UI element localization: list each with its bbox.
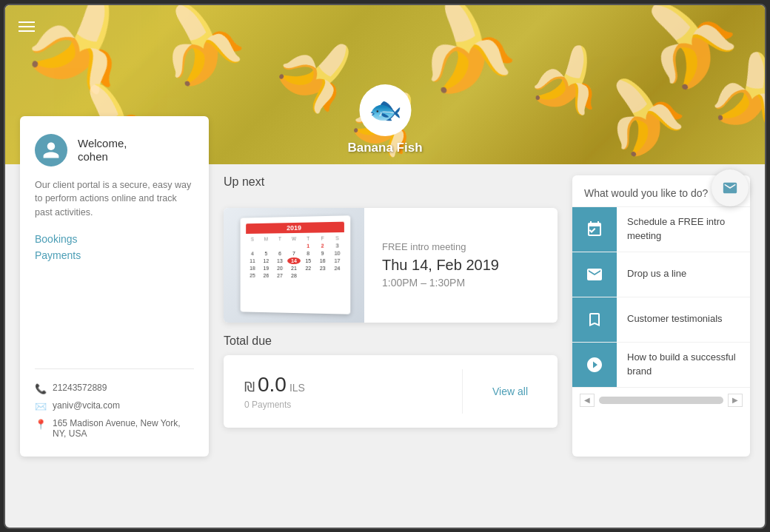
action-message[interactable]: Drop us a line	[572, 252, 750, 297]
center-column: Up next 2019 S M T W T F	[224, 116, 558, 457]
banana-decoration: 🍌	[141, 5, 258, 98]
upnext-card: 2019 S M T W T F S	[224, 208, 558, 323]
view-all-button[interactable]: View all	[463, 385, 558, 397]
cal-day-cell: 9	[315, 250, 329, 257]
brand-logo-circle: 🐟	[359, 84, 411, 136]
bookmark-icon	[586, 311, 603, 329]
action-testimonials[interactable]: Customer testimonials	[572, 297, 750, 342]
phone-number: 21243572889	[53, 383, 107, 393]
cal-day-cell	[273, 243, 287, 249]
phone-icon: 📞	[35, 383, 47, 394]
brand-name: Banana Fish	[347, 141, 422, 155]
cal-day-cell: 23	[315, 265, 329, 272]
action-brand[interactable]: How to build a successful brand	[572, 342, 750, 387]
cal-day-cell: 22	[301, 265, 315, 272]
cal-day-cell: 16	[315, 257, 329, 264]
meeting-date: Thu 14, Feb 2019	[382, 257, 540, 274]
user-greeting-area: Welcome, cohen	[78, 137, 127, 163]
payments-label: 0 Payments	[244, 400, 441, 410]
cal-day-cell: 27	[273, 272, 287, 279]
amount-number: 0.0	[258, 373, 287, 397]
currency-symbol: ₪	[244, 379, 255, 395]
sidebar-item-bookings[interactable]: Bookings	[35, 233, 194, 245]
calendar-check-icon	[586, 220, 603, 238]
meeting-type: FREE intro meeting	[382, 241, 540, 252]
sidebar-card: Welcome, cohen Our client portal is a se…	[20, 116, 209, 457]
cal-day-header: T	[273, 235, 287, 242]
avatar-icon	[41, 141, 61, 160]
action-icon-brand	[572, 343, 617, 387]
cal-day-cell: 12	[260, 257, 273, 264]
contact-address: 📍 165 Madison Avenue, New York, NY, USA	[35, 418, 194, 439]
upnext-details: FREE intro meeting Thu 14, Feb 2019 1:00…	[364, 226, 558, 303]
action-label-testimonials: Customer testimonials	[617, 312, 733, 326]
cal-day-cell: 5	[260, 250, 273, 257]
calendar-image: 2019 S M T W T F S	[224, 208, 364, 323]
cal-day-cell: 3	[330, 242, 344, 249]
cal-day-cell: 21	[287, 265, 301, 272]
hamburger-button[interactable]	[19, 18, 35, 35]
cal-day-header: M	[260, 235, 273, 242]
actions-card: What would you like to do? Schedule a FR…	[572, 175, 750, 457]
cal-grid: S M T W T F S 1	[246, 235, 344, 279]
main-content: Welcome, cohen Our client portal is a se…	[5, 116, 765, 471]
user-name: cohen	[78, 150, 127, 163]
contact-info: 📞 21243572889 ✉️ yaniv@vcita.com 📍 165 M…	[35, 383, 194, 439]
cal-day-header: F	[315, 235, 329, 241]
action-icon-testimonials	[572, 297, 617, 342]
email-icon	[722, 180, 738, 196]
cal-day-cell: 6	[273, 250, 287, 257]
cal-header: 2019	[246, 222, 344, 234]
mail-icon: ✉️	[35, 401, 47, 412]
cal-day-today: 14	[287, 257, 301, 264]
cal-day-cell: 15	[301, 257, 315, 264]
location-icon: 📍	[35, 419, 47, 430]
cal-day-cell: 4	[246, 250, 258, 257]
cal-day-cell: 1	[301, 243, 315, 249]
cal-day-cell: 13	[273, 257, 287, 264]
cal-day-header: S	[246, 236, 258, 243]
scroll-track[interactable]	[599, 397, 723, 404]
banana-decoration: 🍌	[404, 5, 526, 102]
scroll-right-button[interactable]: ▶	[728, 394, 743, 407]
sidebar-item-payments[interactable]: Payments	[35, 249, 194, 261]
email-fab-button[interactable]	[712, 169, 749, 206]
play-circle-icon	[586, 356, 603, 374]
currency-code: ILS	[289, 382, 305, 394]
cal-day-cell: 19	[260, 265, 273, 272]
cal-day-cell: 10	[330, 250, 344, 257]
brand-logo-emoji: 🐟	[369, 95, 402, 126]
contact-email: ✉️ yaniv@vcita.com	[35, 400, 194, 412]
action-label-message: Drop us a line	[617, 267, 697, 280]
cal-day-header: W	[287, 235, 301, 242]
action-label-brand: How to build a successful brand	[617, 351, 750, 377]
right-column: What would you like to do? Schedule a FR…	[572, 116, 750, 457]
action-schedule[interactable]: Schedule a FREE intro meeting	[572, 206, 750, 252]
amount-section: ₪ 0.0 ILS 0 Payments	[224, 355, 462, 428]
total-due-section: Total due ₪ 0.0 ILS 0 Payments View all	[224, 334, 558, 428]
envelope-icon	[586, 266, 603, 283]
action-label-schedule: Schedule a FREE intro meeting	[617, 215, 750, 242]
scroll-left-button[interactable]: ◀	[580, 394, 595, 407]
brand-logo-area: 🐟 Banana Fish	[347, 84, 422, 155]
cal-day-cell: 20	[273, 265, 287, 272]
cal-day-cell: 17	[330, 257, 344, 264]
sidebar-divider	[35, 368, 194, 369]
amount-value: ₪ 0.0 ILS	[244, 373, 441, 397]
user-row: Welcome, cohen	[35, 134, 194, 166]
cal-day-cell: 25	[246, 272, 258, 279]
welcome-text: Welcome,	[78, 137, 127, 149]
calendar-visual: 2019 S M T W T F S	[241, 215, 351, 314]
contact-phone: 📞 21243572889	[35, 383, 194, 394]
scroll-bar-area: ◀ ▶	[572, 387, 750, 413]
cal-day-cell: 26	[260, 272, 273, 279]
upnext-inner: 2019 S M T W T F S	[224, 208, 558, 323]
avatar	[35, 134, 67, 166]
email-address: yaniv@vcita.com	[53, 400, 120, 411]
cal-day-cell	[260, 243, 273, 249]
meeting-time: 1:00PM – 1:30PM	[382, 277, 540, 289]
cal-day-header: T	[301, 235, 315, 242]
cal-day-cell	[287, 243, 301, 249]
portal-description: Our client portal is a secure, easy way …	[35, 178, 194, 220]
cal-day-cell: 8	[301, 250, 315, 257]
